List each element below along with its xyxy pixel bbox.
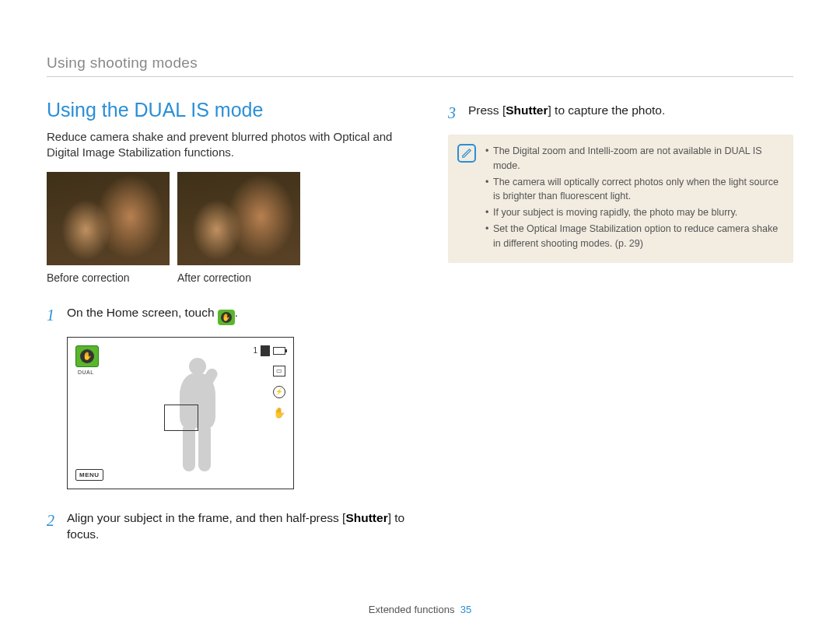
focus-box <box>164 405 198 431</box>
camera-lcd-illustration: ✋ DUAL 1 ▭ ⚡ ✋ MENU <box>67 337 294 489</box>
step-3-text-a: Press [ <box>468 103 506 117</box>
footer-section: Extended functions <box>369 604 455 615</box>
storage-icon <box>261 345 270 356</box>
note-item: The Digital zoom and Intelli-zoom are no… <box>485 144 782 173</box>
photo-before <box>47 172 170 265</box>
page-number: 35 <box>460 604 471 615</box>
step-1-text-a: On the Home screen, touch <box>67 306 218 319</box>
dual-is-icon: ✋ <box>218 310 235 325</box>
step-number: 3 <box>448 102 460 124</box>
page-title: Using the DUAL IS mode <box>47 99 420 121</box>
step-1: 1 On the Home screen, touch ✋ . <box>47 304 420 326</box>
note-item: Set the Optical Image Stabilization opti… <box>485 222 782 251</box>
example-photos <box>47 172 420 265</box>
step-1-text-b: . <box>235 306 238 319</box>
photo-after <box>177 172 300 265</box>
step-3: 3 Press [Shutter] to capture the photo. <box>448 102 793 124</box>
step-2: 2 Align your subject in the frame, and t… <box>47 510 420 543</box>
note-item: The camera will optically correct photos… <box>485 175 782 205</box>
page-footer: Extended functions 35 <box>0 604 840 615</box>
shutter-label: Shutter <box>345 511 387 524</box>
lcd-dual-label: DUAL <box>78 370 94 375</box>
step-number: 1 <box>47 304 59 326</box>
flash-icon: ⚡ <box>273 386 285 398</box>
lcd-status-top: 1 <box>253 345 285 356</box>
note-item: If your subject is moving rapidly, the p… <box>485 205 782 220</box>
battery-icon <box>273 347 285 355</box>
shutter-label: Shutter <box>506 103 548 117</box>
aspect-icon: ▭ <box>273 366 285 377</box>
ois-icon: ✋ <box>273 408 285 419</box>
lcd-dual-is-icon: ✋ <box>75 345 99 367</box>
caption-before: Before correction <box>47 271 170 284</box>
divider <box>47 76 793 77</box>
note-box: The Digital zoom and Intelli-zoom are no… <box>448 135 793 263</box>
step-3-text-c: ] to capture the photo. <box>548 103 665 117</box>
breadcrumb: Using shooting modes <box>47 54 793 72</box>
lcd-menu-button: MENU <box>75 469 103 481</box>
step-number: 2 <box>47 510 59 543</box>
note-icon <box>457 144 476 163</box>
step-2-text-a: Align your subject in the frame, and the… <box>67 511 345 524</box>
lcd-remaining-count: 1 <box>253 346 257 355</box>
caption-after: After correction <box>177 271 300 284</box>
intro-text: Reduce camera shake and prevent blurred … <box>47 129 420 161</box>
